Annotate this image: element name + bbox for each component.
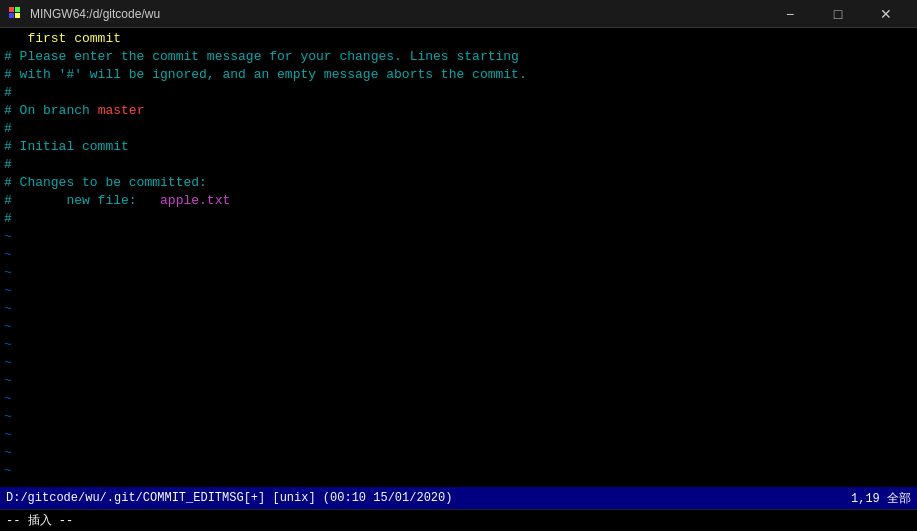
editor-line: ~ xyxy=(0,318,917,336)
status-bar-left: D:/gitcode/wu/.git/COMMIT_EDITMSG[+] [un… xyxy=(6,491,851,505)
editor-line: # Please enter the commit message for yo… xyxy=(0,48,917,66)
comment-line: # Changes to be committed: xyxy=(4,174,207,192)
tilde-marker: ~ xyxy=(4,300,12,318)
editor-line: first commit xyxy=(0,30,917,48)
status-bar-right: 1,19 全部 xyxy=(851,490,911,507)
editor-line: ~ xyxy=(0,462,917,480)
comment-line: # xyxy=(4,156,12,174)
svg-rect-2 xyxy=(9,13,14,18)
tilde-marker: ~ xyxy=(4,318,12,336)
editor-line: # Changes to be committed: xyxy=(0,174,917,192)
comment-line: # xyxy=(4,84,12,102)
editor-line: ~ xyxy=(0,408,917,426)
tilde-marker: ~ xyxy=(4,480,12,487)
editor-line: ~ xyxy=(0,336,917,354)
editor-line: # On branch master xyxy=(0,102,917,120)
window-controls: − □ ✕ xyxy=(767,0,909,28)
editor-line: ~ xyxy=(0,264,917,282)
editor-line: # Initial commit xyxy=(0,138,917,156)
svg-rect-0 xyxy=(9,7,14,12)
tilde-marker: ~ xyxy=(4,354,12,372)
tilde-marker: ~ xyxy=(4,426,12,444)
comment-line: # Initial commit xyxy=(4,138,129,156)
editor-line: ~ xyxy=(0,390,917,408)
editor-line: ~ xyxy=(0,354,917,372)
comment-line: # with '#' will be ignored, and an empty… xyxy=(4,66,527,84)
new-file-name: apple.txt xyxy=(160,192,230,210)
editor-line: ~ xyxy=(0,282,917,300)
editor-line: ~ xyxy=(0,444,917,462)
editor-line: # xyxy=(0,156,917,174)
editor-line: ~ xyxy=(0,426,917,444)
comment-line: # xyxy=(4,210,12,228)
title-bar: MINGW64:/d/gitcode/wu − □ ✕ xyxy=(0,0,917,28)
minimize-button[interactable]: − xyxy=(767,0,813,28)
first-commit-text: first commit xyxy=(4,30,121,48)
editor-line: ~ xyxy=(0,480,917,487)
tilde-marker: ~ xyxy=(4,246,12,264)
editor-area: first commit# Please enter the commit me… xyxy=(0,28,917,487)
editor-line: # xyxy=(0,84,917,102)
svg-rect-3 xyxy=(15,13,20,18)
window-title: MINGW64:/d/gitcode/wu xyxy=(30,7,160,21)
close-button[interactable]: ✕ xyxy=(863,0,909,28)
tilde-marker: ~ xyxy=(4,282,12,300)
comment-branch-label: # On branch xyxy=(4,102,98,120)
tilde-marker: ~ xyxy=(4,372,12,390)
editor-line: # xyxy=(0,210,917,228)
title-bar-left: MINGW64:/d/gitcode/wu xyxy=(8,6,160,22)
editor-line: ~ xyxy=(0,372,917,390)
tilde-marker: ~ xyxy=(4,336,12,354)
tilde-marker: ~ xyxy=(4,228,12,246)
app-icon xyxy=(8,6,24,22)
comment-line: # Please enter the commit message for yo… xyxy=(4,48,519,66)
comment-line: # xyxy=(4,120,12,138)
editor-line: # with '#' will be ignored, and an empty… xyxy=(0,66,917,84)
tilde-marker: ~ xyxy=(4,390,12,408)
mode-bar: -- 插入 -- xyxy=(0,509,917,531)
tilde-marker: ~ xyxy=(4,462,12,480)
editor-line: # xyxy=(0,120,917,138)
tilde-marker: ~ xyxy=(4,264,12,282)
svg-rect-1 xyxy=(15,7,20,12)
tilde-marker: ~ xyxy=(4,444,12,462)
status-bar: D:/gitcode/wu/.git/COMMIT_EDITMSG[+] [un… xyxy=(0,487,917,509)
editor-line: # new file: apple.txt xyxy=(0,192,917,210)
editor-line: ~ xyxy=(0,228,917,246)
editor-line: ~ xyxy=(0,246,917,264)
editor-line: ~ xyxy=(0,300,917,318)
mode-text: -- 插入 -- xyxy=(6,512,73,529)
tilde-marker: ~ xyxy=(4,408,12,426)
branch-name: master xyxy=(98,102,145,120)
new-file-label: # new file: xyxy=(4,192,160,210)
maximize-button[interactable]: □ xyxy=(815,0,861,28)
